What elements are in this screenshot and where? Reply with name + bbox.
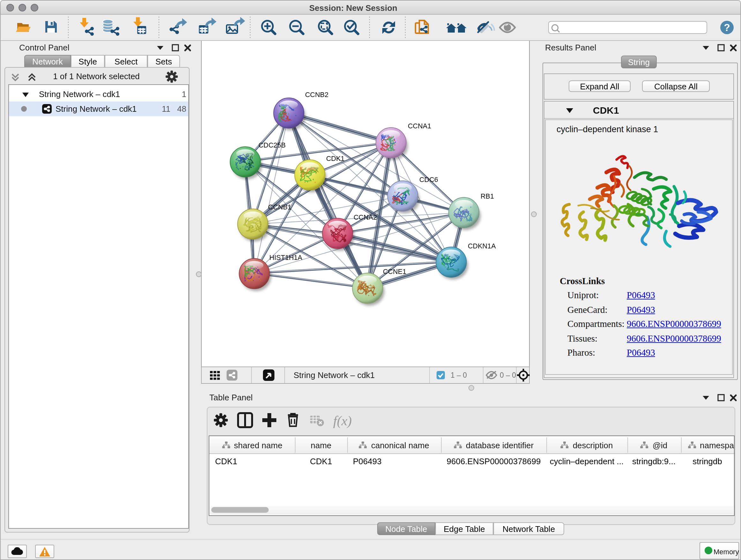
svg-text:CDC25B: CDC25B bbox=[259, 141, 286, 149]
svg-text:CCNA1: CCNA1 bbox=[408, 122, 431, 130]
svg-text:f(x): f(x) bbox=[333, 414, 352, 428]
svg-text:CDKN1A: CDKN1A bbox=[468, 242, 496, 250]
svg-text:RB1: RB1 bbox=[481, 192, 494, 200]
svg-text:CCNA2: CCNA2 bbox=[354, 213, 377, 221]
svg-text:CDK1: CDK1 bbox=[326, 154, 345, 163]
svg-text:1 – 0: 1 – 0 bbox=[451, 371, 467, 379]
svg-text:String Network – cdk1: String Network – cdk1 bbox=[293, 370, 375, 380]
svg-text:CDC6: CDC6 bbox=[419, 176, 438, 184]
svg-text:CCNB2: CCNB2 bbox=[305, 91, 328, 99]
svg-text:CCNE1: CCNE1 bbox=[383, 267, 406, 275]
svg-text:?: ? bbox=[724, 22, 730, 33]
svg-text:HIST1H1A: HIST1H1A bbox=[269, 253, 302, 261]
svg-text:0 – 0: 0 – 0 bbox=[500, 371, 516, 379]
svg-text:CCNB1: CCNB1 bbox=[268, 203, 291, 211]
